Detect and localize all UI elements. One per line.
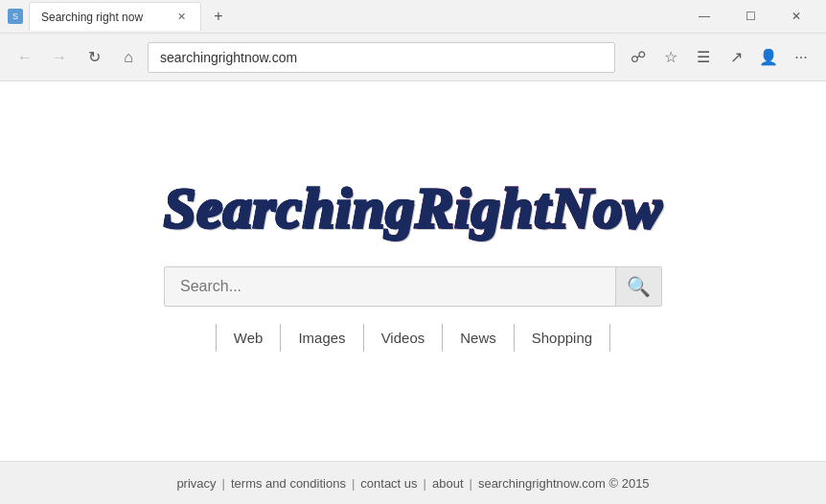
search-navigation: Web Images Videos News Shopping xyxy=(216,324,610,352)
window-controls: — ☐ ✕ xyxy=(682,0,818,34)
hub-button[interactable]: ☰ xyxy=(688,42,719,73)
address-text: searchingrightnow.com xyxy=(160,50,297,65)
browser-titlebar: S Searching right now ✕ + — ☐ ✕ xyxy=(0,0,826,34)
back-button[interactable]: ← xyxy=(10,42,40,73)
logo-text: SearchingRightNow xyxy=(164,176,662,240)
tab-close-button[interactable]: ✕ xyxy=(173,10,189,25)
site-logo: SearchingRightNow xyxy=(164,176,662,240)
footer-terms-link[interactable]: terms and conditions xyxy=(231,476,346,491)
close-button[interactable]: ✕ xyxy=(774,0,818,34)
footer-privacy-link[interactable]: privacy xyxy=(176,476,216,491)
nav-shopping[interactable]: Shopping xyxy=(515,324,610,352)
footer-contact-link[interactable]: contact us xyxy=(360,476,417,491)
refresh-button[interactable]: ↻ xyxy=(79,42,109,73)
toolbar-actions: ☍ ☆ ☰ ↗ 👤 ··· xyxy=(623,42,816,73)
page-footer: privacy | terms and conditions | contact… xyxy=(0,461,826,504)
search-input[interactable] xyxy=(165,267,615,306)
home-button[interactable]: ⌂ xyxy=(113,42,144,73)
search-button[interactable]: 🔍 xyxy=(615,267,661,306)
tab-favicon: S xyxy=(8,9,23,24)
page-content: SearchingRightNow 🔍 Web Images Videos Ne… xyxy=(0,81,826,504)
nav-web[interactable]: Web xyxy=(216,324,282,352)
nav-images[interactable]: Images xyxy=(281,324,363,352)
browser-toolbar: ← → ↻ ⌂ searchingrightnow.com ☍ ☆ ☰ ↗ 👤 … xyxy=(0,34,826,81)
maximize-button[interactable]: ☐ xyxy=(728,0,772,34)
favorites-button[interactable]: ☆ xyxy=(655,42,686,73)
browser-tab[interactable]: Searching right now ✕ xyxy=(29,2,201,31)
footer-about-link[interactable]: about xyxy=(432,476,464,491)
footer-copyright: searchingrightnow.com © 2015 xyxy=(478,476,650,491)
tab-title: Searching right now xyxy=(41,11,143,24)
reading-view-button[interactable]: ☍ xyxy=(623,42,654,73)
new-tab-button[interactable]: + xyxy=(205,3,232,30)
nav-videos[interactable]: Videos xyxy=(364,324,444,352)
share-button[interactable]: ↗ xyxy=(721,42,751,73)
search-container: 🔍 xyxy=(164,266,662,307)
forward-button[interactable]: → xyxy=(44,42,75,73)
nav-news[interactable]: News xyxy=(443,324,515,352)
more-button[interactable]: ··· xyxy=(786,42,816,73)
search-icon: 🔍 xyxy=(627,275,651,298)
address-bar[interactable]: searchingrightnow.com xyxy=(148,42,615,73)
profile-button[interactable]: 👤 xyxy=(753,42,784,73)
minimize-button[interactable]: — xyxy=(682,0,726,34)
